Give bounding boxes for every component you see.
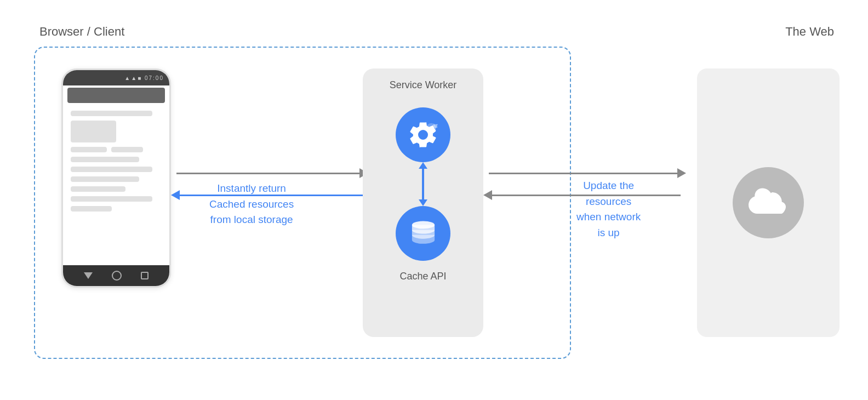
phone-content-line xyxy=(71,111,152,116)
is-up-text: is up xyxy=(598,227,620,238)
phone-content-block xyxy=(71,121,116,142)
phone-line-medium1 xyxy=(71,157,139,162)
arrow-sw-to-web xyxy=(489,173,681,174)
cache-api-label: Cache API xyxy=(399,271,446,282)
phone-content xyxy=(63,105,169,265)
phone-address-bar xyxy=(67,88,165,103)
web-box xyxy=(697,68,840,337)
cached-resources-text: Instantly return Cached resources from l… xyxy=(209,181,294,228)
cache-icon xyxy=(408,219,438,249)
nav-recent-icon xyxy=(141,272,149,279)
nav-home-icon xyxy=(112,271,122,281)
phone-line-short2 xyxy=(111,147,143,152)
gear-circle xyxy=(396,107,450,162)
phone-bottom-nav xyxy=(63,265,169,286)
cloud-circle xyxy=(733,167,804,238)
phone-line-xshort xyxy=(71,206,112,212)
sw-vertical-arrow xyxy=(422,168,424,201)
phone-status-bar: ▲▲■ 07:00 xyxy=(63,70,169,85)
resources-text: resources xyxy=(586,196,631,207)
service-worker-label: Service Worker xyxy=(390,79,457,91)
instantly-return-text: Instantly return xyxy=(217,182,286,194)
cache-api-circle xyxy=(396,206,450,261)
phone-line-short1 xyxy=(71,147,107,152)
phone-line-long2 xyxy=(71,196,152,202)
cached-resources-label: Cached resources xyxy=(209,198,294,210)
arrow-phone-to-sw xyxy=(176,173,363,174)
cloud-icon xyxy=(746,186,790,219)
phone-line-long1 xyxy=(71,167,152,172)
phone-line-medium2 xyxy=(71,176,139,182)
gear-icon xyxy=(407,118,439,151)
phone-mockup: ▲▲■ 07:00 xyxy=(61,68,171,288)
browser-client-label: Browser / Client xyxy=(39,25,124,39)
update-resources-text: Update the resources when network is up xyxy=(576,178,641,241)
from-local-storage-text: from local storage xyxy=(210,214,293,225)
service-worker-box: Service Worker Cache API xyxy=(363,68,483,337)
when-network-text: when network xyxy=(576,211,641,222)
diagram-container: Browser / Client The Web ▲▲■ 07:00 xyxy=(23,19,845,381)
status-icons: ▲▲■ 07:00 xyxy=(124,75,164,81)
web-label: The Web xyxy=(785,25,834,39)
update-the-text: Update the xyxy=(583,180,634,191)
nav-back-icon xyxy=(84,272,93,279)
phone-line-short3 xyxy=(71,186,125,192)
